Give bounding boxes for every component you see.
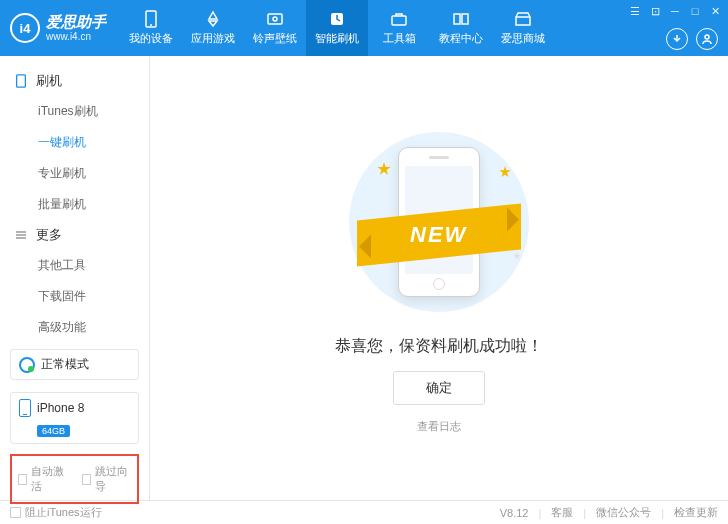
more-icon <box>14 228 28 242</box>
nav-store[interactable]: 爱思商城 <box>492 0 554 56</box>
sidebar-group-more: 更多 <box>0 220 149 250</box>
svg-rect-7 <box>17 75 26 87</box>
sidebar-group-flash: 刷机 <box>0 66 149 96</box>
mode-icon <box>19 357 35 373</box>
device-name: iPhone 8 <box>37 401 84 415</box>
checkbox-icon <box>10 507 21 518</box>
mode-indicator[interactable]: 正常模式 <box>10 349 139 380</box>
success-illustration: NEW <box>339 122 539 322</box>
svg-point-6 <box>705 35 709 39</box>
nav-my-device[interactable]: 我的设备 <box>120 0 182 56</box>
svg-rect-5 <box>392 16 406 25</box>
maximize-icon[interactable]: □ <box>688 4 702 18</box>
device-icon <box>19 399 31 417</box>
app-header: i4 爱思助手 www.i4.cn 我的设备 应用游戏 铃声壁纸 智能刷机 工具… <box>0 0 728 56</box>
checkbox-icon <box>18 474 27 485</box>
checkbox-icon <box>82 474 91 485</box>
nav-apps[interactable]: 应用游戏 <box>182 0 244 56</box>
success-message: 恭喜您，保资料刷机成功啦！ <box>335 336 543 357</box>
svg-point-3 <box>273 17 277 21</box>
sidebar-item-oneclick-flash[interactable]: 一键刷机 <box>0 127 149 158</box>
sidebar: 刷机 iTunes刷机 一键刷机 专业刷机 批量刷机 更多 其他工具 下载固件 … <box>0 56 150 500</box>
toolbox-icon <box>390 10 408 28</box>
music-icon <box>266 10 284 28</box>
download-button[interactable] <box>666 28 688 50</box>
header-actions <box>666 28 718 50</box>
logo-badge: i4 <box>10 13 40 43</box>
checkbox-block-itunes[interactable]: 阻止iTunes运行 <box>10 505 102 520</box>
minimize-icon[interactable]: ─ <box>668 4 682 18</box>
phone-icon <box>142 10 160 28</box>
storage-badge: 64GB <box>37 425 70 437</box>
store-icon <box>514 10 532 28</box>
ok-button[interactable]: 确定 <box>393 371 485 405</box>
nav-flash[interactable]: 智能刷机 <box>306 0 368 56</box>
lock-icon[interactable]: ⊡ <box>648 4 662 18</box>
flash-icon <box>328 10 346 28</box>
sidebar-item-batch-flash[interactable]: 批量刷机 <box>0 189 149 220</box>
wechat-link[interactable]: 微信公众号 <box>596 505 651 520</box>
close-icon[interactable]: ✕ <box>708 4 722 18</box>
sidebar-item-pro-flash[interactable]: 专业刷机 <box>0 158 149 189</box>
update-link[interactable]: 检查更新 <box>674 505 718 520</box>
support-link[interactable]: 客服 <box>551 505 573 520</box>
menu-icon[interactable]: ☰ <box>628 4 642 18</box>
nav-ringtones[interactable]: 铃声壁纸 <box>244 0 306 56</box>
main-content: NEW 恭喜您，保资料刷机成功啦！ 确定 查看日志 <box>150 56 728 500</box>
mode-label: 正常模式 <box>41 356 89 373</box>
version-label: V8.12 <box>500 507 529 519</box>
checkbox-auto-activate[interactable]: 自动激活 <box>18 464 68 494</box>
view-log-link[interactable]: 查看日志 <box>417 419 461 434</box>
nav-toolbox[interactable]: 工具箱 <box>368 0 430 56</box>
checkbox-skip-guide[interactable]: 跳过向导 <box>82 464 132 494</box>
apps-icon <box>204 10 222 28</box>
app-subtitle: www.i4.cn <box>46 31 106 42</box>
app-title: 爱思助手 <box>46 14 106 31</box>
device-indicator[interactable]: iPhone 8 64GB <box>10 392 139 444</box>
nav-tutorials[interactable]: 教程中心 <box>430 0 492 56</box>
logo: i4 爱思助手 www.i4.cn <box>0 0 120 56</box>
sidebar-item-itunes-flash[interactable]: iTunes刷机 <box>0 96 149 127</box>
phone-small-icon <box>14 74 28 88</box>
flash-options: 自动激活 跳过向导 <box>10 454 139 504</box>
window-controls: ☰ ⊡ ─ □ ✕ <box>628 4 722 18</box>
user-button[interactable] <box>696 28 718 50</box>
book-icon <box>452 10 470 28</box>
sidebar-item-other-tools[interactable]: 其他工具 <box>0 250 149 281</box>
sidebar-item-download-firmware[interactable]: 下载固件 <box>0 281 149 312</box>
sidebar-item-advanced[interactable]: 高级功能 <box>0 312 149 343</box>
top-nav: 我的设备 应用游戏 铃声壁纸 智能刷机 工具箱 教程中心 爱思商城 <box>120 0 554 56</box>
svg-rect-2 <box>268 14 282 24</box>
